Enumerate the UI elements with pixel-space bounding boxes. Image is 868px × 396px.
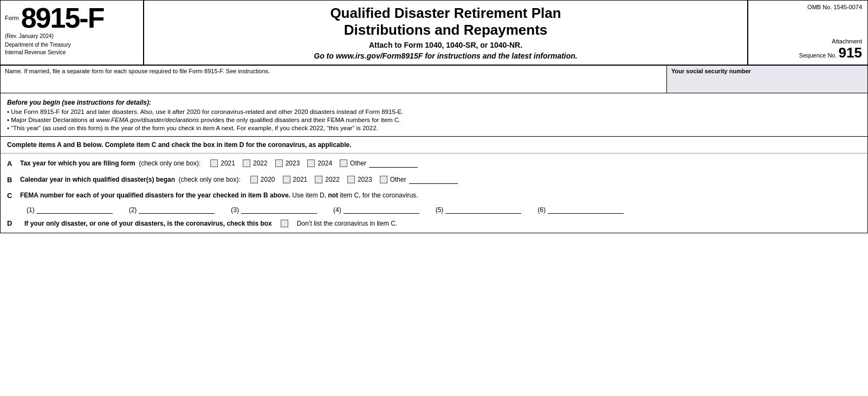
attachment-block: Attachment Sequence No. 915 bbox=[754, 38, 862, 61]
item-b-other-input bbox=[409, 175, 458, 184]
goto-italic: Go to bbox=[314, 52, 335, 60]
before-begin-title: Before you begin (see instructions for d… bbox=[7, 99, 861, 106]
form-word: Form bbox=[5, 15, 19, 21]
item-c-label-bold: FEMA number for each of your qualified d… bbox=[20, 191, 290, 199]
item-b-label-2021: 2021 bbox=[293, 176, 308, 183]
item-c-input-4: (4) bbox=[333, 204, 419, 214]
item-c-input-6: (6) bbox=[537, 204, 624, 214]
item-a-opt-other: Other bbox=[340, 159, 418, 168]
item-d-letter: D bbox=[7, 219, 20, 227]
item-c-field-5[interactable] bbox=[445, 204, 521, 214]
item-b-text: Calendar year in which qualified disaste… bbox=[20, 176, 241, 183]
item-a-letter: A bbox=[7, 159, 20, 168]
form-8915f: Form 8915-F (Rev. January 2024) Departme… bbox=[0, 0, 868, 233]
item-c-num-4: (4) bbox=[333, 206, 341, 214]
item-b-label-normal: (check only one box): bbox=[177, 176, 240, 183]
item-a-checkbox-2021[interactable] bbox=[210, 159, 218, 167]
item-b-checkbox-2020[interactable] bbox=[250, 176, 258, 183]
item-a-label-normal: (check only one box): bbox=[137, 159, 200, 167]
before-begin-list: Use Form 8915-F for 2021 and later disas… bbox=[7, 108, 861, 131]
item-c-inputs: (1) (2) (3) (4) (5) bbox=[27, 204, 861, 214]
item-b-row: B Calendar year in which qualified disas… bbox=[7, 175, 861, 184]
form-number-block: Form 8915-F bbox=[5, 4, 139, 32]
item-b-opt-other: Other bbox=[380, 175, 458, 184]
item-b-opt-2022: 2022 bbox=[315, 176, 340, 183]
item-d-checkbox[interactable] bbox=[281, 220, 288, 227]
item-a-checkbox-2022[interactable] bbox=[243, 159, 250, 167]
item-c-text: FEMA number for each of your qualified d… bbox=[20, 191, 418, 199]
form-title-main: Qualified Disaster Retirement Plan Distr… bbox=[155, 5, 736, 39]
item-c-num-3: (3) bbox=[231, 206, 239, 214]
item-c-main: C FEMA number for each of your qualified… bbox=[7, 191, 861, 200]
item-c-label-bold2: not bbox=[328, 191, 338, 199]
omb-number: OMB No. 1545-0074 bbox=[754, 4, 862, 10]
before-begin-item-3: “This year” (as used on this form) is th… bbox=[7, 125, 861, 131]
item-a-checkbox-2024[interactable] bbox=[307, 159, 315, 167]
item-a-other-input bbox=[369, 159, 418, 168]
item-c-num-6: (6) bbox=[537, 206, 546, 214]
ssn-field: Your social security number bbox=[667, 66, 867, 93]
items-section: A Tax year for which you are filing form… bbox=[1, 154, 867, 233]
item-c-num-2: (2) bbox=[129, 206, 137, 214]
item-a-opt-2021: 2021 bbox=[210, 159, 235, 167]
item-b-checkbox-2021[interactable] bbox=[283, 176, 290, 183]
item-c-num-5: (5) bbox=[436, 206, 444, 214]
item-a-row: A Tax year for which you are filing form… bbox=[7, 159, 861, 168]
item-c-num-1: (1) bbox=[27, 206, 35, 214]
form-omb-block: OMB No. 1545-0074 Attachment Sequence No… bbox=[748, 1, 867, 65]
form-department: Department of the Treasury Internal Reve… bbox=[5, 41, 139, 56]
item-a-checkbox-2023[interactable] bbox=[275, 159, 283, 167]
ssn-label: Your social security number bbox=[671, 68, 863, 74]
item-c-field-6[interactable] bbox=[548, 204, 624, 214]
item-c-input-5: (5) bbox=[436, 204, 522, 214]
form-number-large: 8915-F bbox=[21, 4, 104, 32]
item-c-field-1[interactable] bbox=[37, 204, 113, 214]
item-c-row: C FEMA number for each of your qualified… bbox=[7, 191, 861, 214]
item-b-checkbox-2022[interactable] bbox=[315, 176, 322, 183]
item-b-opt-2023: 2023 bbox=[347, 176, 372, 183]
form-revision: (Rev. January 2024) bbox=[5, 33, 139, 39]
form-title-block: Qualified Disaster Retirement Plan Distr… bbox=[144, 1, 748, 65]
item-b-opt-2021: 2021 bbox=[283, 176, 308, 183]
item-a-label-other: Other bbox=[350, 159, 366, 167]
item-a-opt-2022: 2022 bbox=[243, 159, 268, 167]
goto-rest: for instructions and the latest informat… bbox=[423, 52, 577, 60]
before-begin-item-1: Use Form 8915-F for 2021 and later disas… bbox=[7, 108, 861, 115]
goto-url: www.irs.gov/Form8915F bbox=[336, 52, 423, 60]
sequence-block: Sequence No. 915 bbox=[754, 44, 862, 61]
name-ssn-row: Name. If married, file a separate form f… bbox=[1, 66, 867, 93]
item-b-checkbox-2023[interactable] bbox=[347, 176, 355, 183]
item-c-field-3[interactable] bbox=[241, 204, 317, 214]
name-label: Name. If married, file a separate form f… bbox=[5, 68, 662, 74]
item-c-label-normal2: item C, for the coronavirus. bbox=[340, 191, 418, 199]
form-title-goto: Go to www.irs.gov/Form8915F for instruct… bbox=[155, 52, 736, 60]
instructions-row: Complete items A and B below. Complete i… bbox=[1, 137, 867, 154]
item-d-row: D If your only disaster, or one of your … bbox=[7, 219, 861, 227]
item-b-label-other: Other bbox=[390, 176, 406, 183]
item-b-opt-2020: 2020 bbox=[250, 176, 275, 183]
item-c-field-4[interactable] bbox=[344, 204, 419, 214]
item-a-opt-2023: 2023 bbox=[275, 159, 300, 167]
name-input[interactable] bbox=[5, 80, 662, 87]
item-d-label-normal: Don’t list the coronavirus in item C. bbox=[297, 220, 397, 227]
item-b-checkboxes: 2020 2021 2022 2023 Other bbox=[250, 175, 458, 184]
item-b-label-2022: 2022 bbox=[325, 176, 340, 183]
sequence-number: 915 bbox=[839, 44, 862, 61]
attachment-label: Attachment bbox=[754, 38, 862, 44]
item-a-opt-2024: 2024 bbox=[307, 159, 332, 167]
before-begin-section: Before you begin (see instructions for d… bbox=[1, 93, 867, 137]
item-c-input-3: (3) bbox=[231, 204, 317, 214]
item-c-label-normal: Use item D, bbox=[292, 191, 328, 199]
item-b-letter: B bbox=[7, 176, 20, 184]
item-b-checkbox-other[interactable] bbox=[380, 176, 387, 183]
ssn-input[interactable] bbox=[671, 80, 863, 87]
item-b-label-2020: 2020 bbox=[261, 176, 275, 183]
form-header: Form 8915-F (Rev. January 2024) Departme… bbox=[1, 1, 867, 66]
item-a-checkboxes: 2021 2022 2023 2024 Other bbox=[210, 159, 418, 168]
item-a-checkbox-other[interactable] bbox=[340, 159, 347, 167]
item-d-label-bold: If your only disaster, or one of your di… bbox=[24, 220, 272, 227]
item-c-field-2[interactable] bbox=[139, 204, 215, 214]
sequence-label: Sequence No. bbox=[799, 52, 837, 59]
name-field: Name. If married, file a separate form f… bbox=[1, 66, 667, 93]
form-id-block: Form 8915-F (Rev. January 2024) Departme… bbox=[1, 1, 144, 65]
